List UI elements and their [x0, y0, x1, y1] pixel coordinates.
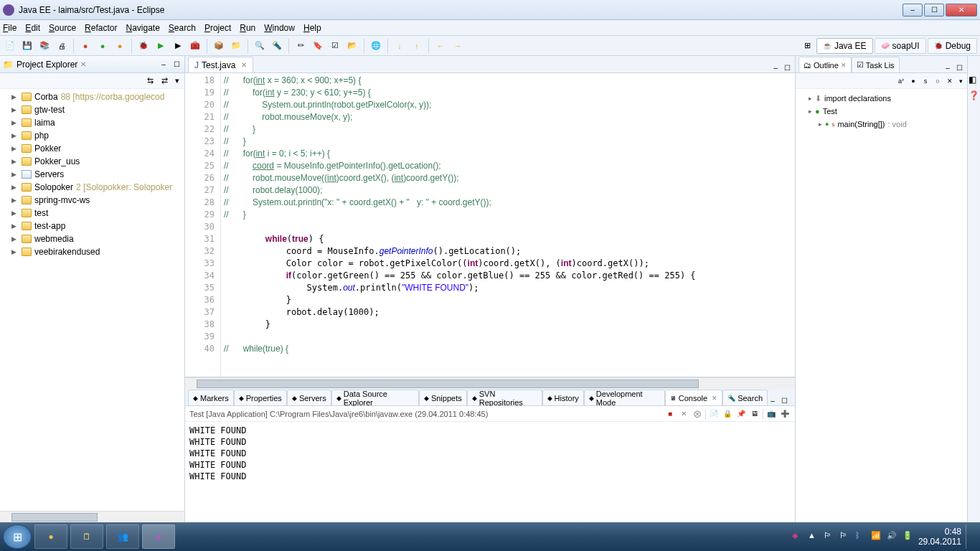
task-notes[interactable]: 🗒	[70, 524, 103, 549]
sort-button[interactable]: aᶻ	[896, 76, 906, 86]
bottom-tab-history[interactable]: ◆History	[542, 390, 584, 405]
outline-tree[interactable]: ▸⬇import declarations▸●Test▸●smain(Strin…	[796, 89, 967, 522]
annotation-button[interactable]: ✏	[293, 39, 308, 53]
bookmark-button[interactable]: 🔖	[311, 39, 325, 53]
task-button[interactable]: ☑	[328, 39, 342, 53]
minimize-button[interactable]: –	[903, 4, 923, 17]
open-perspective-button[interactable]: ⊞	[801, 39, 815, 53]
perspective-soapui[interactable]: 🧼soapUI	[875, 38, 926, 54]
new-server-button[interactable]: 📦	[212, 39, 226, 53]
tree-item[interactable]: ▶Corba 88 [https://corba.googlecod	[0, 90, 184, 103]
menu-source[interactable]: Source	[49, 23, 76, 33]
close-view-icon[interactable]: ✕	[80, 60, 86, 68]
bottom-tab-data-source-explorer[interactable]: ◆Data Source Explorer	[331, 390, 419, 405]
close-tab-icon[interactable]: ✕	[241, 61, 247, 69]
minimize-view-button[interactable]: –	[159, 60, 169, 70]
perspective-java-ee[interactable]: ☕Java EE	[816, 38, 873, 54]
remove-all-button[interactable]: ⨂	[692, 408, 703, 420]
terminate-button[interactable]: ■	[664, 408, 676, 420]
back-button[interactable]: ←	[433, 39, 448, 53]
bottom-tab-properties[interactable]: ◆Properties	[234, 390, 287, 405]
menu-project[interactable]: Project	[204, 23, 231, 33]
explorer-hscroll[interactable]	[0, 511, 184, 522]
tree-item[interactable]: ▶Pokker	[0, 142, 184, 155]
outline-tab[interactable]: 🗂Outline✕	[798, 57, 852, 72]
search-tab[interactable]: 🔦Search	[722, 390, 768, 405]
run-last-button[interactable]: ▶	[171, 39, 185, 53]
menu-window[interactable]: Window	[264, 23, 295, 33]
tree-item[interactable]: ▶php	[0, 129, 184, 142]
console-output[interactable]: WHITE FOUNDWHITE FOUNDWHITE FOUNDWHITE F…	[185, 422, 795, 522]
tray-icon[interactable]: ▲	[808, 531, 819, 542]
tree-item[interactable]: ▶webmedia	[0, 232, 184, 245]
collapse-all-button[interactable]: ⇆	[144, 75, 156, 87]
start-button[interactable]: ⊞	[3, 524, 32, 549]
open-type-button[interactable]: 🔍	[253, 39, 267, 53]
editor-maximize-button[interactable]: ☐	[782, 62, 792, 72]
hide-fields-button[interactable]: ●	[908, 76, 918, 86]
tray-bluetooth-icon[interactable]: ᛒ	[855, 531, 867, 542]
right-maximize-button[interactable]: ☐	[954, 62, 964, 72]
perspective-debug[interactable]: 🐞Debug	[928, 38, 977, 54]
hide-nonpublic-button[interactable]: ○	[933, 76, 943, 86]
bottom-tab-development-mode[interactable]: ◆Development Mode	[584, 390, 665, 405]
outline-item[interactable]: ▸●smain(String[]) : void	[798, 118, 964, 131]
maximize-button[interactable]: ☐	[924, 4, 944, 17]
clear-console-button[interactable]: 📄	[708, 408, 720, 420]
editor-minimize-button[interactable]: –	[771, 62, 781, 72]
menu-help[interactable]: Help	[303, 23, 321, 33]
outline-item[interactable]: ▸●Test	[798, 105, 964, 118]
menu-file[interactable]: File	[3, 23, 17, 33]
editor-hscroll[interactable]	[185, 377, 795, 389]
outline-menu-button[interactable]: ▾	[957, 76, 964, 86]
hide-static-button[interactable]: s	[920, 76, 930, 86]
bottom-tab-svn-repositories[interactable]: ◆SVN Repositories	[467, 390, 542, 405]
debug-button[interactable]: 🐞	[136, 39, 151, 53]
console-tab[interactable]: 🖥Console✕	[665, 390, 722, 405]
tree-item[interactable]: ▶Servers	[0, 168, 184, 181]
code-editor[interactable]: 1819202122232425262728293031323334353637…	[185, 73, 795, 377]
task-chrome[interactable]: ●	[34, 524, 67, 549]
tray-action-center-icon[interactable]: 🏳	[839, 531, 851, 542]
folder-button[interactable]: 📂	[345, 39, 359, 53]
bottom-tab-servers[interactable]: ◆Servers	[287, 390, 331, 405]
remove-launch-button[interactable]: ✕	[678, 408, 689, 420]
new-console-button[interactable]: ➕	[779, 408, 791, 420]
prev-ann-button[interactable]: ↑	[410, 39, 424, 53]
editor-tab-test[interactable]: J Test.java ✕	[188, 57, 253, 72]
show-desktop-button[interactable]	[966, 524, 971, 549]
bottom-tab-markers[interactable]: ◆Markers	[188, 390, 234, 405]
taskbar-clock[interactable]: 0:48 29.04.2011	[918, 527, 961, 547]
tree-item[interactable]: ▶Solopoker 2 [Solopokker: Solopoker	[0, 181, 184, 194]
new-button[interactable]: 📄	[3, 39, 17, 53]
tray-volume-icon[interactable]: 🔊	[887, 531, 898, 542]
restore-view-button[interactable]: ◧	[969, 75, 980, 86]
project-tree[interactable]: ▶Corba 88 [https://corba.googlecod▶gtw-t…	[0, 89, 184, 511]
right-minimize-button[interactable]: –	[943, 62, 953, 72]
cheatsheet-button[interactable]: ❓	[969, 90, 980, 102]
save-button[interactable]: 💾	[20, 39, 34, 53]
display-console-button[interactable]: 🖥	[749, 408, 760, 420]
tree-item[interactable]: ▶gtw-test	[0, 103, 184, 116]
tree-item[interactable]: ▶veebirakendused	[0, 245, 184, 258]
close-button[interactable]: ✕	[946, 4, 977, 17]
task-list-tab[interactable]: ☑Task Lis	[852, 57, 900, 72]
new-package-button[interactable]: 📁	[229, 39, 243, 53]
menu-navigate[interactable]: Navigate	[126, 23, 159, 33]
tray-flag-icon[interactable]: 🏳	[824, 531, 835, 542]
close-view-icon[interactable]: ✕	[841, 62, 847, 69]
open-console-button[interactable]: 📺	[765, 408, 777, 420]
save-all-button[interactable]: 📚	[37, 39, 52, 53]
web-button[interactable]: 🌐	[369, 39, 383, 53]
tree-item[interactable]: ▶test-app	[0, 220, 184, 232]
ext-tools-button[interactable]: 🧰	[188, 39, 202, 53]
print-button[interactable]: 🖨	[55, 39, 69, 53]
tree-item[interactable]: ▶spring-mvc-ws	[0, 194, 184, 207]
view-menu-button[interactable]: ▾	[173, 75, 182, 87]
tree-item[interactable]: ▶Pokker_uus	[0, 155, 184, 168]
bottom-minimize-button[interactable]: –	[768, 395, 778, 405]
menu-search[interactable]: Search	[169, 23, 196, 33]
search-button[interactable]: 🔦	[270, 39, 284, 53]
task-msn[interactable]: 👥	[106, 524, 139, 549]
menu-run[interactable]: Run	[240, 23, 255, 33]
